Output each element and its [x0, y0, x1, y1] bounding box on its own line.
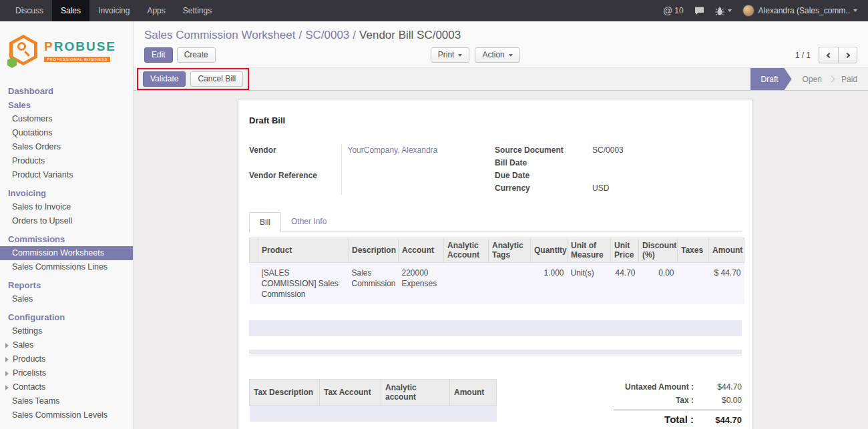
col-unit-of-measure: Unit of Measure	[568, 238, 611, 263]
messages-icon[interactable]	[689, 0, 710, 21]
pager: 1 / 1	[795, 47, 857, 63]
sidebar-item-label: Products	[13, 354, 45, 364]
page: Discuss Sales Invoicing Apps Settings @ …	[0, 0, 868, 429]
col-discount: Discount (%)	[639, 238, 678, 263]
col-description: Description	[349, 238, 399, 263]
sidebar-item-product-variants[interactable]: Product Variants	[0, 168, 133, 182]
sidebar-item-products[interactable]: Products	[0, 154, 133, 168]
breadcrumb-link-worksheets[interactable]: Sales Commission Worksheet	[144, 29, 295, 41]
col-product: Product	[258, 238, 349, 263]
totals-block: Untaxed Amount : $44.70 Tax : $0.00 Tota…	[614, 379, 742, 427]
debug-menu[interactable]	[710, 0, 737, 21]
magnifier-icon	[17, 42, 26, 51]
field-label-due-date: Due Date	[495, 169, 591, 182]
empty-row	[250, 406, 497, 422]
cell-product: [SALES COMMISSION] Sales Commission	[258, 263, 349, 305]
create-button[interactable]: Create	[177, 47, 216, 63]
sidebar: PROBUSE PROFESSIONAL BUSINESS Dashboard …	[0, 21, 134, 429]
field-value-bill-date	[591, 157, 742, 169]
chevron-down-icon	[853, 9, 857, 12]
status-pipeline: Draft Open Paid	[750, 68, 868, 90]
menu-apps[interactable]: Apps	[138, 0, 174, 21]
sidebar-item-orders-to-upsell[interactable]: Orders to Upsell	[0, 214, 133, 228]
sidebar-item-customers[interactable]: Customers	[0, 112, 133, 126]
group-separator	[249, 356, 742, 356]
status-step-open: Open	[792, 75, 833, 84]
sidebar-item-sales-report[interactable]: Sales	[0, 292, 133, 306]
empty-row	[249, 304, 742, 320]
invoice-line-row[interactable]: [SALES COMMISSION] Sales Commission Sale…	[250, 263, 744, 305]
col-tax-account: Tax Account	[320, 380, 381, 406]
user-menu[interactable]: Alexandra (Sales_comm..	[737, 0, 863, 21]
sidebar-item-sales-orders[interactable]: Sales Orders	[0, 140, 133, 154]
sidebar-item-settings[interactable]: Settings	[0, 324, 133, 338]
tab-bill[interactable]: Bill	[249, 212, 281, 232]
action-dropdown-button[interactable]: Action	[475, 47, 519, 63]
sidebar-item-contacts[interactable]: Contacts	[0, 380, 133, 394]
cell-taxes	[678, 263, 709, 305]
sidebar-item-dashboard[interactable]: Dashboard	[0, 84, 133, 98]
field-value-vendor[interactable]: YourCompany, Alexandra	[348, 145, 438, 155]
col-amount: Amount	[709, 238, 744, 263]
chevron-left-icon	[827, 52, 832, 57]
cell-quantity: 1.000	[531, 263, 568, 305]
cancel-bill-button[interactable]: Cancel Bill	[190, 71, 243, 87]
sidebar-item-commission-worksheets[interactable]: Commission Worksheets	[0, 246, 133, 260]
menu-settings[interactable]: Settings	[174, 0, 220, 21]
field-label-bill-date: Bill Date	[495, 157, 591, 169]
cell-description: Sales Commission	[349, 263, 399, 305]
sidebar-section-commissions[interactable]: Commissions	[0, 232, 133, 246]
chevron-down-icon	[509, 54, 513, 57]
col-tax-analytic-account: Analytic account	[381, 380, 450, 406]
chevron-down-icon	[728, 9, 732, 12]
sidebar-item-label: Pricelists	[13, 368, 46, 378]
breadcrumb-link-record[interactable]: SC/0003	[305, 29, 349, 41]
sidebar-item-pricelists[interactable]: Pricelists	[0, 366, 133, 380]
expand-icon	[5, 357, 9, 362]
cell-account: 220000 Expenses	[399, 263, 444, 305]
pager-value: 1 / 1	[795, 51, 811, 60]
sidebar-item-sales-teams[interactable]: Sales Teams	[0, 394, 133, 408]
col-account: Account	[399, 238, 444, 263]
sidebar-item-products-config[interactable]: Products	[0, 352, 133, 366]
user-name: Alexandra (Sales_comm..	[758, 6, 850, 15]
status-step-draft: Draft	[750, 68, 792, 90]
menu-discuss[interactable]: Discuss	[7, 0, 52, 21]
annotation-box: Validate Cancel Bill	[137, 68, 249, 90]
print-dropdown-button[interactable]: Print	[431, 47, 470, 63]
sidebar-item-sales-config[interactable]: Sales	[0, 338, 133, 352]
mention-counter[interactable]: @ 10	[658, 0, 689, 21]
sidebar-item-sales-commission-levels[interactable]: Sales Commission Levels	[0, 408, 133, 422]
pager-previous-button[interactable]	[819, 47, 838, 63]
edit-button[interactable]: Edit	[144, 47, 173, 63]
field-groups: Vendor YourCompany, Alexandra Vendor Ref…	[249, 144, 742, 195]
col-analytic-tags: Analytic Tags	[489, 238, 531, 263]
expand-icon	[5, 385, 9, 390]
col-unit-price: Unit Price	[611, 238, 639, 263]
sidebar-item-sales-commissions-lines[interactable]: Sales Commissions Lines	[0, 260, 133, 274]
cell-analytic-tags	[489, 263, 531, 305]
untaxed-amount-value: $44.70	[703, 382, 742, 392]
validate-button[interactable]: Validate	[143, 71, 186, 87]
sidebar-section-reports[interactable]: Reports	[0, 278, 133, 292]
sidebar-section-sales[interactable]: Sales	[0, 98, 133, 112]
pager-next-button[interactable]	[838, 47, 857, 63]
col-taxes: Taxes	[678, 238, 709, 263]
field-label-currency: Currency	[495, 182, 591, 195]
menu-invoicing[interactable]: Invoicing	[89, 0, 138, 21]
notebook-tabs: Bill Other Info	[249, 212, 742, 232]
sheet-title: Draft Bill	[249, 115, 742, 125]
cell-analytic-account	[444, 263, 489, 305]
chevron-down-icon	[458, 54, 462, 57]
sidebar-section-configuration[interactable]: Configuration	[0, 310, 133, 324]
sidebar-section-invoicing[interactable]: Invoicing	[0, 186, 133, 200]
systray: @ 10 Alexandra (Sales_comm..	[658, 0, 868, 21]
tab-other-info[interactable]: Other Info	[281, 212, 337, 232]
sidebar-item-quotations[interactable]: Quotations	[0, 126, 133, 140]
menu-sales[interactable]: Sales	[52, 0, 89, 21]
tax-and-totals: Tax Description Tax Account Analytic acc…	[249, 379, 742, 429]
logo-subtext: PROFESSIONAL BUSINESS	[44, 57, 110, 62]
sidebar-item-sales-to-invoice[interactable]: Sales to Invoice	[0, 200, 133, 214]
totals-separator	[614, 410, 742, 410]
form-sheet: Draft Bill Vendor YourCompany, Alexandra…	[238, 99, 753, 429]
